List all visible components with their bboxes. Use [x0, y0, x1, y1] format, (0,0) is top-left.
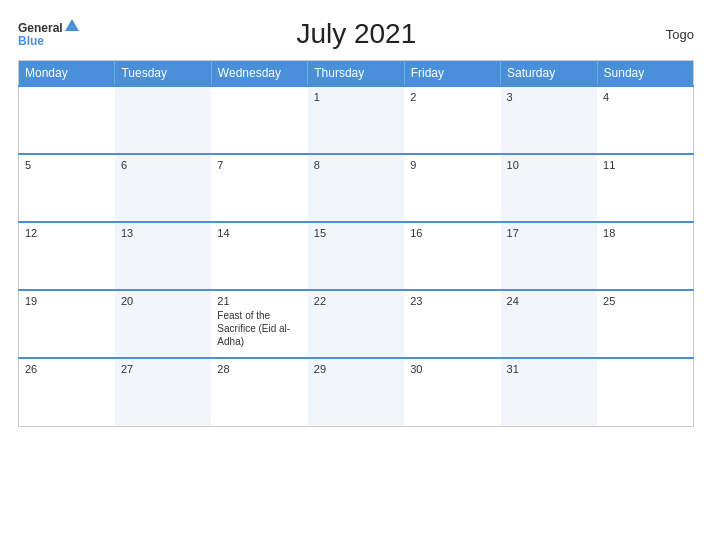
header-tuesday: Tuesday [115, 61, 211, 87]
calendar-cell: 12 [19, 222, 115, 290]
calendar-page: General Blue July 2021 Togo Monday Tuesd… [0, 0, 712, 550]
date-number: 17 [507, 227, 591, 239]
date-number: 15 [314, 227, 398, 239]
calendar-cell: 31 [501, 358, 597, 426]
calendar-cell: 2 [404, 86, 500, 154]
calendar-cell: 13 [115, 222, 211, 290]
calendar-cell: 6 [115, 154, 211, 222]
header-thursday: Thursday [308, 61, 404, 87]
date-number: 16 [410, 227, 494, 239]
calendar-cell: 10 [501, 154, 597, 222]
country-label: Togo [634, 27, 694, 42]
calendar-cell: 4 [597, 86, 693, 154]
calendar-cell: 3 [501, 86, 597, 154]
logo-triangle-icon [65, 19, 79, 31]
date-number: 29 [314, 363, 398, 375]
calendar-cell: 26 [19, 358, 115, 426]
weekday-header-row: Monday Tuesday Wednesday Thursday Friday… [19, 61, 694, 87]
calendar-cell: 5 [19, 154, 115, 222]
calendar-cell: 21Feast of the Sacrifice (Eid al-Adha) [211, 290, 307, 358]
calendar-cell: 16 [404, 222, 500, 290]
date-number: 24 [507, 295, 591, 307]
date-number: 26 [25, 363, 109, 375]
date-number: 25 [603, 295, 687, 307]
logo: General Blue [18, 20, 79, 48]
date-number: 23 [410, 295, 494, 307]
calendar-cell: 8 [308, 154, 404, 222]
calendar-cell [19, 86, 115, 154]
calendar-cell: 1 [308, 86, 404, 154]
date-number: 30 [410, 363, 494, 375]
date-number: 6 [121, 159, 205, 171]
calendar-cell: 22 [308, 290, 404, 358]
date-number: 11 [603, 159, 687, 171]
date-number: 22 [314, 295, 398, 307]
date-number: 31 [507, 363, 591, 375]
calendar-cell: 30 [404, 358, 500, 426]
date-number: 9 [410, 159, 494, 171]
calendar-week-row: 1234 [19, 86, 694, 154]
calendar-cell: 18 [597, 222, 693, 290]
date-number: 4 [603, 91, 687, 103]
date-number: 2 [410, 91, 494, 103]
date-number: 7 [217, 159, 301, 171]
calendar-cell: 28 [211, 358, 307, 426]
calendar-cell: 9 [404, 154, 500, 222]
date-number: 10 [507, 159, 591, 171]
date-number: 3 [507, 91, 591, 103]
calendar-table: Monday Tuesday Wednesday Thursday Friday… [18, 60, 694, 427]
date-number: 8 [314, 159, 398, 171]
calendar-cell: 7 [211, 154, 307, 222]
date-number: 19 [25, 295, 109, 307]
calendar-cell: 11 [597, 154, 693, 222]
calendar-cell [597, 358, 693, 426]
date-number: 20 [121, 295, 205, 307]
calendar-cell: 24 [501, 290, 597, 358]
header-sunday: Sunday [597, 61, 693, 87]
date-number: 21 [217, 295, 301, 307]
date-number: 14 [217, 227, 301, 239]
calendar-title: July 2021 [79, 18, 634, 50]
date-number: 1 [314, 91, 398, 103]
header-monday: Monday [19, 61, 115, 87]
calendar-cell: 27 [115, 358, 211, 426]
date-number: 13 [121, 227, 205, 239]
calendar-week-row: 12131415161718 [19, 222, 694, 290]
calendar-cell: 29 [308, 358, 404, 426]
date-number: 12 [25, 227, 109, 239]
calendar-cell: 14 [211, 222, 307, 290]
header-wednesday: Wednesday [211, 61, 307, 87]
calendar-cell [211, 86, 307, 154]
header-friday: Friday [404, 61, 500, 87]
calendar-cell: 25 [597, 290, 693, 358]
date-number: 5 [25, 159, 109, 171]
date-number: 18 [603, 227, 687, 239]
calendar-cell: 17 [501, 222, 597, 290]
date-number: 28 [217, 363, 301, 375]
calendar-cell [115, 86, 211, 154]
calendar-cell: 20 [115, 290, 211, 358]
date-number: 27 [121, 363, 205, 375]
calendar-week-row: 192021Feast of the Sacrifice (Eid al-Adh… [19, 290, 694, 358]
header: General Blue July 2021 Togo [18, 18, 694, 50]
event-label: Feast of the Sacrifice (Eid al-Adha) [217, 310, 290, 347]
calendar-cell: 23 [404, 290, 500, 358]
header-saturday: Saturday [501, 61, 597, 87]
calendar-week-row: 567891011 [19, 154, 694, 222]
calendar-cell: 19 [19, 290, 115, 358]
calendar-week-row: 262728293031 [19, 358, 694, 426]
calendar-cell: 15 [308, 222, 404, 290]
logo-blue: Blue [18, 35, 79, 48]
